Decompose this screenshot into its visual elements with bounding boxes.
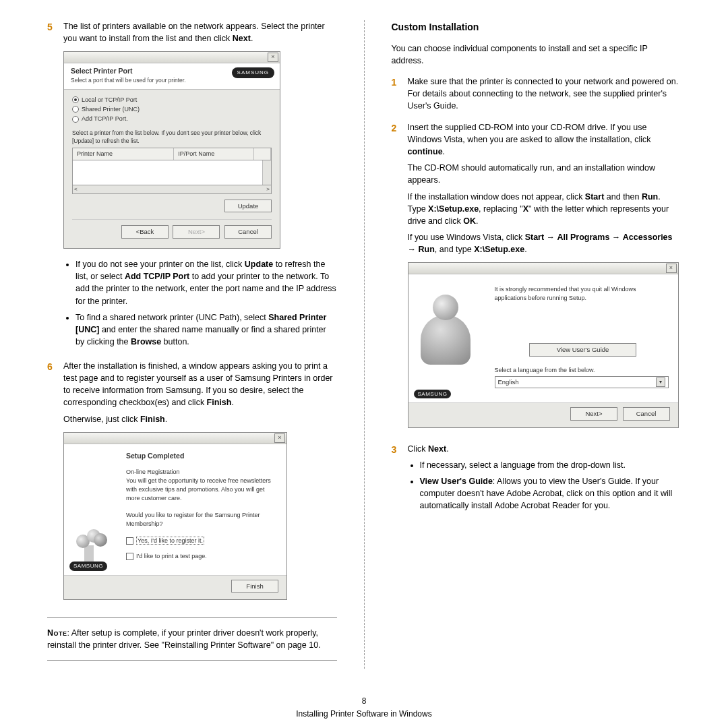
step-1r: 1 Make sure that the printer is connecte… <box>408 75 681 116</box>
custom-installation-heading: Custom Installation <box>392 20 681 34</box>
note: Note: After setup is complete, if your p… <box>47 627 337 651</box>
radio-local-tcpip[interactable]: Local or TCP/IP Port <box>72 96 272 104</box>
setup-completed-dialog: × SAMSUNG Setup Completed On-line Regist… <box>63 432 287 601</box>
back-button[interactable]: <Back <box>121 225 169 239</box>
cancel-button[interactable]: Cancel <box>224 225 272 239</box>
page-footer: 8 Installing Printer Software in Windows <box>47 696 681 721</box>
update-button[interactable]: Update <box>224 200 272 213</box>
step5-text: The list of printers available on the ne… <box>63 22 325 43</box>
testpage-checkbox[interactable]: I'd like to print a test page. <box>126 552 278 561</box>
next-button[interactable]: Next> <box>173 225 220 239</box>
cancel-button[interactable]: Cancel <box>623 407 670 421</box>
chevron-down-icon[interactable]: ▾ <box>656 377 665 387</box>
close-icon[interactable]: × <box>666 264 677 273</box>
samsung-logo: SAMSUNG <box>69 562 107 571</box>
step-2r: 2 Insert the supplied CD-ROM into your C… <box>408 121 681 437</box>
step-3r: 3 Click Next. If necessary, select a lan… <box>408 443 681 519</box>
register-checkbox[interactable]: Yes, I'd like to register it. <box>126 537 278 545</box>
printer-list[interactable] <box>72 160 272 185</box>
language-select[interactable]: English ▾ <box>495 376 669 388</box>
close-icon[interactable]: × <box>268 53 278 62</box>
close-icon[interactable]: × <box>274 433 285 443</box>
select-printer-port-dialog: × Select Printer Port Select a port that… <box>63 51 280 249</box>
next-button[interactable]: Next> <box>570 407 617 421</box>
radio-shared-unc[interactable]: Shared Printer (UNC) <box>72 105 272 114</box>
radio-add-tcpip[interactable]: Add TCP/IP Port. <box>72 115 272 123</box>
h-scrollbar[interactable]: <> <box>72 185 272 194</box>
samsung-logo: SAMSUNG <box>414 390 452 399</box>
scrollbar[interactable] <box>262 160 271 185</box>
installer-welcome-dialog: × SAMSUNG It is strongly recommended tha… <box>408 262 679 428</box>
step-5: 5 The list of printers available on the … <box>63 20 337 355</box>
view-guide-button[interactable]: View User's Guide <box>529 343 637 357</box>
step-6: 6 After the installation is finished, a … <box>63 360 337 609</box>
samsung-logo: SAMSUNG <box>232 67 274 78</box>
finish-button[interactable]: Finish <box>231 580 278 593</box>
